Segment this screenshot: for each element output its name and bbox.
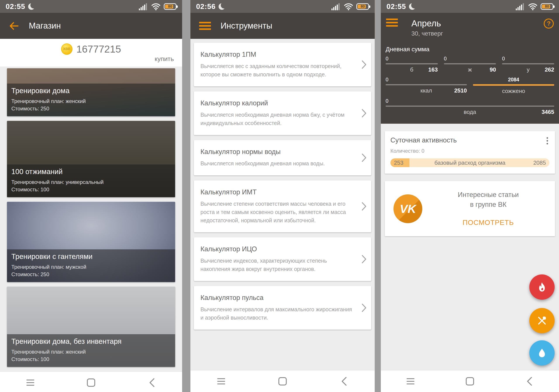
burned-value: 2084	[473, 77, 554, 83]
card-title: Тренировки дома, без инвентаря	[11, 337, 171, 346]
burned-bar	[473, 84, 554, 86]
card-cost: Стоимость: 100	[11, 356, 171, 363]
chevron-right-icon	[361, 255, 367, 264]
tool-title: Калькулятор нормы воды	[200, 148, 355, 156]
daily-summary-panel: Апрель 30, четверг ? Дневная сумма 0 б 1…	[381, 13, 559, 124]
back-arrow-icon[interactable]	[9, 21, 19, 31]
kcal-label: ккал	[420, 87, 432, 94]
carb-bar	[502, 63, 554, 64]
daily-sum-label: Дневная сумма	[386, 46, 554, 53]
fat-target: 90	[490, 66, 496, 73]
fat-current: 0	[444, 56, 496, 62]
activity-progress-bar: 253 базовый расход организма 2085	[391, 158, 550, 167]
kcal-current: 0	[386, 77, 467, 83]
nav-back-icon[interactable]	[341, 376, 347, 386]
flame-icon	[536, 281, 548, 293]
water-drop-icon	[537, 347, 547, 358]
nav-menu-icon[interactable]	[407, 378, 414, 384]
cutlery-icon	[536, 315, 548, 326]
tool-desc: Вычисление индексов, характеризующих сте…	[200, 257, 355, 273]
tool-card-1rm[interactable]: Калькулятор 1ПМ Вычисляется вес с заданн…	[194, 43, 371, 86]
activity-bar-label: базовый расход организма	[391, 158, 550, 167]
card-cost: Стоимость: 250	[11, 271, 171, 278]
battery-icon: 80	[356, 3, 369, 10]
nav-menu-icon[interactable]	[217, 378, 225, 384]
card-cost: Стоимость: 100	[11, 186, 171, 193]
android-nav-bar	[381, 370, 559, 392]
signal-icon	[516, 3, 525, 10]
status-bar: 02:55 80	[0, 0, 182, 13]
wifi-icon	[528, 3, 538, 10]
daily-activity-card: Суточная активность Количество: 0 253 ба…	[385, 131, 555, 174]
carb-letter: у	[527, 66, 530, 73]
fab-add-water[interactable]	[529, 340, 555, 365]
protein-letter: б	[410, 66, 413, 73]
tool-title: Калькулятор пульса	[200, 294, 355, 302]
water-label: вода	[464, 109, 476, 116]
vk-view-button[interactable]: ПОСМОТРЕТЬ	[463, 218, 514, 228]
quick-icons-row	[384, 116, 556, 124]
card-caption: Тренировки с гантелями Тренировочный пла…	[7, 249, 175, 282]
tool-title: Калькулятор 1ПМ	[200, 51, 355, 58]
vk-promo-card[interactable]: VK Интересные статьи в группе ВК ПОСМОТР…	[385, 181, 555, 236]
card-plan: Тренировочный план: женский	[11, 98, 171, 105]
water-row: 0 вода 3465	[384, 98, 556, 116]
fat-letter: ж	[468, 66, 472, 73]
balance-row: ХВВ 16777215 купить	[0, 39, 182, 67]
nav-home-icon[interactable]	[279, 377, 287, 385]
tool-card-water[interactable]: Калькулятор нормы воды Вычисляется необх…	[194, 140, 371, 175]
wifi-icon	[151, 3, 161, 10]
help-icon[interactable]: ?	[544, 18, 554, 29]
protein-bar	[386, 63, 438, 64]
kebab-menu-icon[interactable]	[545, 136, 550, 145]
battery-icon: 80	[164, 3, 177, 10]
protein-current: 0	[386, 56, 438, 62]
month-title: Апрель	[411, 18, 443, 28]
tool-title: Калькулятор калорий	[200, 99, 355, 107]
tool-desc: Вычисление интервалов для максимального …	[200, 305, 355, 322]
clock: 02:55	[6, 2, 25, 11]
chevron-right-icon	[361, 303, 367, 312]
hamburger-menu-icon[interactable]	[386, 18, 398, 27]
store-card-100-pushups[interactable]: 100 отжиманий Тренировочный план: универ…	[7, 121, 175, 197]
card-title: 100 отжиманий	[11, 168, 171, 176]
card-cost: Стоимость: 250	[11, 105, 171, 112]
store-card-home-workouts[interactable]: Тренировки дома Тренировочный план: женс…	[7, 68, 175, 116]
card-caption: 100 отжиманий Тренировочный план: универ…	[7, 164, 175, 197]
tool-card-calories[interactable]: Калькулятор калорий Вычисляется необходи…	[194, 91, 371, 135]
nav-back-icon[interactable]	[149, 378, 155, 387]
nav-home-icon[interactable]	[466, 377, 474, 385]
tool-card-pulse[interactable]: Калькулятор пульса Вычисление интервалов…	[194, 286, 371, 330]
macro-progress-row: 0 б 163 0 ж 90 0 у 262	[384, 56, 556, 74]
tool-card-ico[interactable]: Калькулятор ИЦО Вычисление индексов, хар…	[194, 237, 371, 281]
nav-menu-icon[interactable]	[27, 380, 34, 386]
card-plan: Тренировочный план: женский	[11, 348, 171, 356]
battery-percent: 80	[164, 4, 176, 9]
tool-card-bmi[interactable]: Калькулятор ИМТ Вычисление степени соотв…	[194, 180, 371, 232]
clock: 02:56	[196, 2, 215, 11]
store-card-no-equipment[interactable]: Тренировки дома, без инвентаря Тренирово…	[7, 287, 175, 367]
kcal-target: 2510	[454, 87, 467, 94]
status-bar: 02:56 80	[190, 0, 375, 13]
burned-progress: 2084 сожжено	[473, 77, 554, 95]
activity-title: Суточная активность	[391, 136, 457, 144]
nav-back-icon[interactable]	[526, 376, 532, 386]
hamburger-menu-icon[interactable]	[199, 22, 211, 30]
protein-target: 163	[428, 66, 438, 73]
tools-screen: 02:56 80 Инструменты Калькуля	[190, 0, 375, 392]
page-title: Инструменты	[221, 21, 272, 31]
vk-logo: VK	[393, 194, 422, 223]
fab-burned-calories[interactable]	[529, 274, 555, 300]
water-bar	[386, 106, 554, 107]
card-plan: Тренировочный план: мужской	[11, 263, 171, 271]
nav-home-icon[interactable]	[87, 378, 95, 387]
fab-add-meal[interactable]	[529, 308, 555, 333]
chevron-right-icon	[361, 60, 367, 69]
vk-text-line2: в группе ВК	[428, 200, 549, 209]
tool-title: Калькулятор ИЦО	[200, 245, 355, 253]
tool-title: Калькулятор ИМТ	[200, 188, 355, 196]
buy-button[interactable]: купить	[7, 55, 176, 65]
store-card-dumbbell-workouts[interactable]: Тренировки с гантелями Тренировочный пла…	[7, 202, 175, 282]
night-mode-icon	[409, 3, 416, 10]
protein-progress: 0 б 163	[386, 56, 438, 74]
